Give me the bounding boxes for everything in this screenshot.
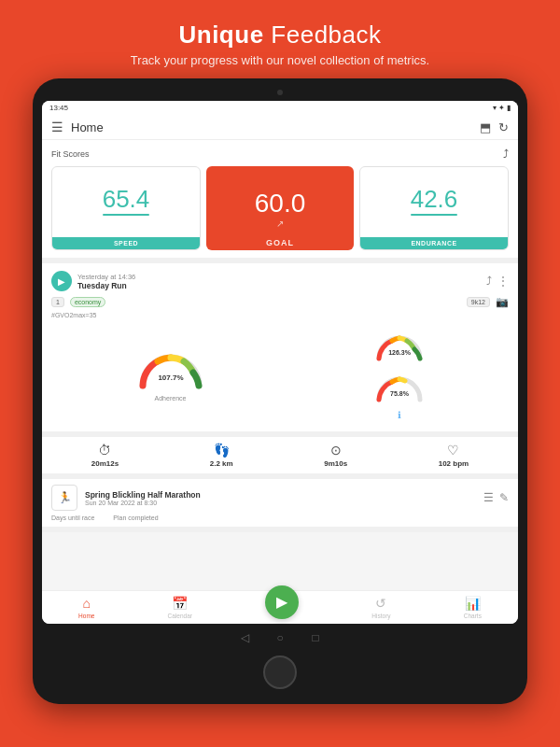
goal-score-value: 60.0 <box>255 189 306 218</box>
endurance-score-value: 42.6 <box>411 185 458 214</box>
event-row: 🏃 Spring Blickling Half Marathon Sun 20 … <box>51 485 509 511</box>
endurance-score-card[interactable]: 42.6 ENDURANCE <box>359 166 509 250</box>
activity-tag-number: 1 <box>51 297 64 307</box>
activity-name: Tuesday Run <box>77 281 486 290</box>
event-list-icon[interactable]: ☰ <box>483 491 494 504</box>
event-date: Sun 20 Mar 2022 at 8:30 <box>85 500 483 506</box>
goal-label: GOAL <box>206 235 354 250</box>
event-title: Spring Blickling Half Marathon <box>85 490 483 500</box>
calendar-icon: 📅 <box>172 596 188 611</box>
fit-scores-label: Fit Scores <box>51 149 90 159</box>
gauge2-top: 126.3% <box>371 328 427 365</box>
status-icons: ▾ ✦ ▮ <box>493 104 511 112</box>
gauges-row: 107.7% Adherence 126.3% <box>51 324 509 424</box>
adherence-label: Adherence <box>155 395 187 402</box>
home-button[interactable]: ○ <box>272 629 288 646</box>
nav-charts[interactable]: 📊 Charts <box>464 596 482 619</box>
nav-charts-label: Charts <box>464 613 482 619</box>
nav-calendar[interactable]: 📅 Calendar <box>168 596 192 619</box>
activity-share-icon[interactable]: ⤴ <box>486 275 492 288</box>
gauge2-bottom: 75.8% <box>371 369 427 406</box>
activity-actions: ⤴ ⋮ <box>486 275 509 288</box>
gauge2-svg: 126.3% <box>371 328 427 365</box>
adherence-gauge: 107.7% Adherence <box>133 346 208 402</box>
tablet-device: 13:45 ▾ ✦ ▮ ☰ Home ⬒ ↻ Fit Scores ⤴ 65.4… <box>33 78 527 704</box>
nav-calendar-label: Calendar <box>168 613 192 619</box>
speed-trend-bar <box>103 214 149 216</box>
heart-icon: ♡ <box>447 443 459 458</box>
nav-home-label: Home <box>78 613 94 619</box>
activity-header: ▶ Yesterday at 14:36 Tuesday Run ⤴ ⋮ <box>51 271 509 291</box>
nav-home[interactable]: ⌂ Home <box>78 596 94 619</box>
event-actions: ☰ ✎ <box>483 491 509 504</box>
stat-distance-value: 2.2 km <box>210 459 233 468</box>
app-toolbar: ☰ Home ⬒ ↻ <box>42 115 518 140</box>
scores-row: 65.4 SPEED 60.0 ↗ GOAL 42.6 ENDURANCE <box>51 166 509 250</box>
tablet-screen: 13:45 ▾ ✦ ▮ ☰ Home ⬒ ↻ Fit Scores ⤴ 65.4… <box>42 101 518 624</box>
gauge3-svg: 75.8% <box>371 369 427 406</box>
nav-run-button[interactable]: ▶ <box>265 585 299 619</box>
toolbar-icons: ⬒ ↻ <box>480 120 509 134</box>
device-nav: ◁ ○ □ <box>236 624 324 648</box>
tablet-home-physical-button[interactable] <box>263 655 297 689</box>
svg-text:75.8%: 75.8% <box>390 390 410 397</box>
share-icon[interactable]: ⬒ <box>480 120 491 134</box>
fit-scores-section: Fit Scores ⤴ 65.4 SPEED 60.0 ↗ GOAL 42.6 <box>42 140 518 263</box>
event-edit-icon[interactable]: ✎ <box>499 491 509 504</box>
activity-tag-economy: economy <box>70 297 105 307</box>
run-icon: ▶ <box>276 593 287 611</box>
hero-subtitle: Track your progress with our novel colle… <box>131 53 429 67</box>
stat-heartrate-value: 102 bpm <box>439 459 469 468</box>
stat-time: ⏱ 20m12s <box>91 443 119 468</box>
plan-completed-label: Plan completed <box>113 514 158 521</box>
activity-extra: #GVO2max=35 <box>51 312 509 318</box>
activity-meta: Yesterday at 14:36 Tuesday Run <box>77 273 486 290</box>
distance-icon: 👣 <box>214 443 230 458</box>
back-button[interactable]: ◁ <box>236 629 253 646</box>
activity-more-icon[interactable]: ⋮ <box>497 275 509 288</box>
activity-time: Yesterday at 14:36 <box>77 273 486 281</box>
svg-text:126.3%: 126.3% <box>388 349 412 356</box>
recents-button[interactable]: □ <box>307 629 324 646</box>
hero-title: Unique Feedback <box>131 21 429 49</box>
menu-icon[interactable]: ☰ <box>51 120 63 134</box>
tablet-camera <box>277 90 283 95</box>
activity-badge: 9k12 <box>467 297 490 307</box>
status-bar: 13:45 ▾ ✦ ▮ <box>42 101 518 115</box>
nav-history[interactable]: ↺ History <box>371 596 390 619</box>
stat-pace: ⊙ 9m10s <box>324 443 347 468</box>
activity-section: ▶ Yesterday at 14:36 Tuesday Run ⤴ ⋮ 1 e… <box>42 263 518 437</box>
stats-row: ⏱ 20m12s 👣 2.2 km ⊙ 9m10s ♡ 102 bpm <box>42 437 518 479</box>
event-icon: 🏃 <box>51 485 77 511</box>
pace-icon: ⊙ <box>330 443 342 458</box>
speed-score-card[interactable]: 65.4 SPEED <box>51 166 201 250</box>
bottom-nav: ⌂ Home 📅 Calendar ▶ ↺ History 📊 Charts <box>42 590 518 624</box>
nav-history-label: History <box>371 613 390 619</box>
fit-scores-header: Fit Scores ⤴ <box>51 148 509 161</box>
stat-distance: 👣 2.2 km <box>210 443 233 468</box>
activity-camera-icon: 📷 <box>496 296 509 308</box>
speed-label: SPEED <box>52 237 200 249</box>
toolbar-title: Home <box>71 120 480 134</box>
adherence-gauge-svg: 107.7% <box>133 346 208 393</box>
svg-text:107.7%: 107.7% <box>158 374 183 382</box>
history-icon: ↺ <box>375 596 386 611</box>
activity-tags: 1 economy 9k12 📷 <box>51 296 509 308</box>
fit-scores-share-icon[interactable]: ⤴ <box>503 148 509 161</box>
endurance-trend-bar <box>411 214 457 216</box>
endurance-label: ENDURANCE <box>360 237 508 249</box>
event-section: 🏃 Spring Blickling Half Marathon Sun 20 … <box>42 479 518 532</box>
refresh-icon[interactable]: ↻ <box>498 120 509 134</box>
stat-pace-value: 9m10s <box>324 459 347 468</box>
event-metrics: Days until race Plan completed <box>51 514 509 521</box>
stat-heartrate: ♡ 102 bpm <box>439 443 469 468</box>
activity-avatar: ▶ <box>51 271 72 291</box>
gauge-info-icon: ℹ <box>398 410 401 420</box>
days-until-race-label: Days until race <box>51 514 94 521</box>
status-time: 13:45 <box>49 104 68 112</box>
clock-icon: ⏱ <box>98 443 111 458</box>
charts-icon: 📊 <box>465 596 481 611</box>
goal-score-card[interactable]: 60.0 ↗ GOAL <box>206 166 354 250</box>
event-info: Spring Blickling Half Marathon Sun 20 Ma… <box>85 490 483 506</box>
stat-time-value: 20m12s <box>91 459 119 468</box>
